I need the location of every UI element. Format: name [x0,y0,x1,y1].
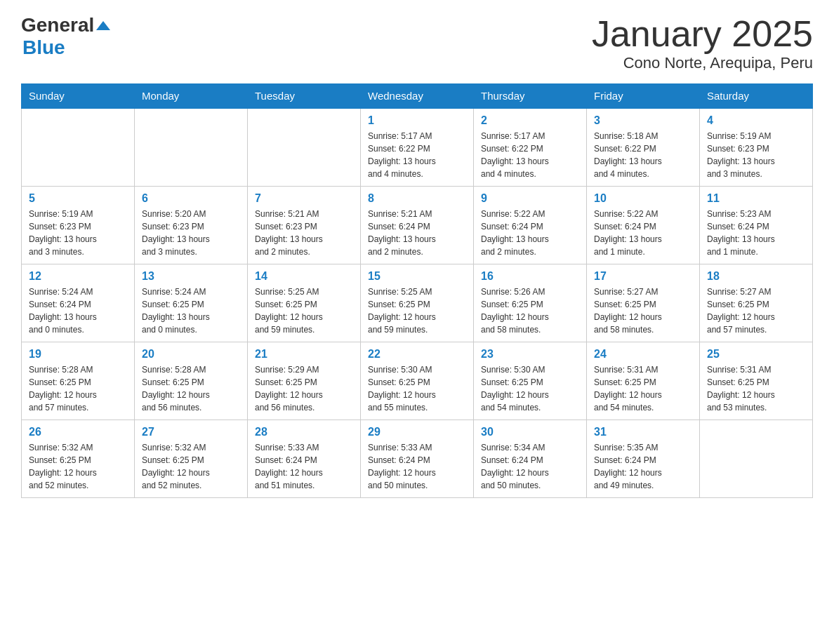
calendar-cell [248,108,361,187]
day-info: Sunrise: 5:33 AM Sunset: 6:24 PM Dayligh… [368,441,466,492]
calendar-cell: 22Sunrise: 5:30 AM Sunset: 6:25 PM Dayli… [361,342,474,420]
calendar-cell: 12Sunrise: 5:24 AM Sunset: 6:24 PM Dayli… [22,264,135,342]
day-info: Sunrise: 5:17 AM Sunset: 6:22 PM Dayligh… [481,130,579,180]
day-number: 12 [29,270,127,283]
day-number: 18 [707,270,805,283]
day-info: Sunrise: 5:27 AM Sunset: 6:25 PM Dayligh… [707,286,805,336]
calendar-cell: 28Sunrise: 5:33 AM Sunset: 6:24 PM Dayli… [248,420,361,498]
day-header-sunday: Sunday [22,84,135,109]
logo: General Blue [21,14,110,59]
day-number: 23 [481,348,579,361]
day-info: Sunrise: 5:23 AM Sunset: 6:24 PM Dayligh… [707,208,805,258]
calendar-cell: 1Sunrise: 5:17 AM Sunset: 6:22 PM Daylig… [361,108,474,187]
day-info: Sunrise: 5:31 AM Sunset: 6:25 PM Dayligh… [594,363,692,414]
day-number: 6 [142,192,240,205]
logo-general-text: General [21,14,94,36]
calendar-cell: 8Sunrise: 5:21 AM Sunset: 6:24 PM Daylig… [361,187,474,264]
day-header-monday: Monday [135,84,248,109]
calendar-cell: 7Sunrise: 5:21 AM Sunset: 6:23 PM Daylig… [248,187,361,264]
day-info: Sunrise: 5:27 AM Sunset: 6:25 PM Dayligh… [594,286,692,336]
day-info: Sunrise: 5:33 AM Sunset: 6:24 PM Dayligh… [255,441,353,492]
calendar-cell [22,108,135,187]
day-number: 31 [594,426,692,438]
calendar-cell: 24Sunrise: 5:31 AM Sunset: 6:25 PM Dayli… [587,342,700,420]
day-info: Sunrise: 5:32 AM Sunset: 6:25 PM Dayligh… [29,441,127,492]
week-row-4: 19Sunrise: 5:28 AM Sunset: 6:25 PM Dayli… [22,342,813,420]
calendar-cell: 21Sunrise: 5:29 AM Sunset: 6:25 PM Dayli… [248,342,361,420]
calendar-cell: 6Sunrise: 5:20 AM Sunset: 6:23 PM Daylig… [135,187,248,264]
calendar-cell: 17Sunrise: 5:27 AM Sunset: 6:25 PM Dayli… [587,264,700,342]
day-info: Sunrise: 5:21 AM Sunset: 6:24 PM Dayligh… [368,208,466,258]
calendar-cell: 9Sunrise: 5:22 AM Sunset: 6:24 PM Daylig… [474,187,587,264]
day-info: Sunrise: 5:25 AM Sunset: 6:25 PM Dayligh… [255,286,353,336]
day-number: 8 [368,192,466,205]
day-number: 9 [481,192,579,205]
calendar-cell: 20Sunrise: 5:28 AM Sunset: 6:25 PM Dayli… [135,342,248,420]
day-number: 20 [142,348,240,361]
day-info: Sunrise: 5:35 AM Sunset: 6:24 PM Dayligh… [594,441,692,492]
day-number: 22 [368,348,466,361]
week-row-1: 1Sunrise: 5:17 AM Sunset: 6:22 PM Daylig… [22,108,813,187]
day-number: 17 [594,270,692,283]
day-number: 3 [594,114,692,127]
day-number: 30 [481,426,579,438]
day-info: Sunrise: 5:34 AM Sunset: 6:24 PM Dayligh… [481,441,579,492]
day-info: Sunrise: 5:24 AM Sunset: 6:24 PM Dayligh… [29,286,127,336]
day-info: Sunrise: 5:25 AM Sunset: 6:25 PM Dayligh… [368,286,466,336]
day-info: Sunrise: 5:30 AM Sunset: 6:25 PM Dayligh… [368,363,466,414]
day-number: 24 [594,348,692,361]
calendar-cell: 5Sunrise: 5:19 AM Sunset: 6:23 PM Daylig… [22,187,135,264]
calendar-cell: 10Sunrise: 5:22 AM Sunset: 6:24 PM Dayli… [587,187,700,264]
calendar-cell [135,108,248,187]
calendar-cell: 27Sunrise: 5:32 AM Sunset: 6:25 PM Dayli… [135,420,248,498]
day-info: Sunrise: 5:32 AM Sunset: 6:25 PM Dayligh… [142,441,240,492]
calendar-cell: 23Sunrise: 5:30 AM Sunset: 6:25 PM Dayli… [474,342,587,420]
day-info: Sunrise: 5:20 AM Sunset: 6:23 PM Dayligh… [142,208,240,258]
calendar-cell: 14Sunrise: 5:25 AM Sunset: 6:25 PM Dayli… [248,264,361,342]
day-header-tuesday: Tuesday [248,84,361,109]
calendar-cell: 31Sunrise: 5:35 AM Sunset: 6:24 PM Dayli… [587,420,700,498]
calendar-cell: 13Sunrise: 5:24 AM Sunset: 6:25 PM Dayli… [135,264,248,342]
calendar-cell: 19Sunrise: 5:28 AM Sunset: 6:25 PM Dayli… [22,342,135,420]
calendar-cell: 3Sunrise: 5:18 AM Sunset: 6:22 PM Daylig… [587,108,700,187]
day-number: 16 [481,270,579,283]
day-number: 25 [707,348,805,361]
day-number: 15 [368,270,466,283]
calendar-cell: 11Sunrise: 5:23 AM Sunset: 6:24 PM Dayli… [700,187,813,264]
calendar-cell: 2Sunrise: 5:17 AM Sunset: 6:22 PM Daylig… [474,108,587,187]
week-row-2: 5Sunrise: 5:19 AM Sunset: 6:23 PM Daylig… [22,187,813,264]
day-number: 26 [29,426,127,438]
day-number: 4 [707,114,805,127]
day-info: Sunrise: 5:21 AM Sunset: 6:23 PM Dayligh… [255,208,353,258]
day-number: 10 [594,192,692,205]
calendar-cell: 4Sunrise: 5:19 AM Sunset: 6:23 PM Daylig… [700,108,813,187]
calendar-cell: 25Sunrise: 5:31 AM Sunset: 6:25 PM Dayli… [700,342,813,420]
week-row-5: 26Sunrise: 5:32 AM Sunset: 6:25 PM Dayli… [22,420,813,498]
day-info: Sunrise: 5:30 AM Sunset: 6:25 PM Dayligh… [481,363,579,414]
day-number: 11 [707,192,805,205]
day-info: Sunrise: 5:31 AM Sunset: 6:25 PM Dayligh… [707,363,805,414]
calendar-cell: 16Sunrise: 5:26 AM Sunset: 6:25 PM Dayli… [474,264,587,342]
day-info: Sunrise: 5:19 AM Sunset: 6:23 PM Dayligh… [29,208,127,258]
calendar-header: SundayMondayTuesdayWednesdayThursdayFrid… [22,84,813,109]
calendar-body: 1Sunrise: 5:17 AM Sunset: 6:22 PM Daylig… [22,108,813,498]
logo-triangle-icon [96,21,110,30]
day-info: Sunrise: 5:28 AM Sunset: 6:25 PM Dayligh… [29,363,127,414]
calendar-title: January 2025 [592,14,813,54]
day-info: Sunrise: 5:26 AM Sunset: 6:25 PM Dayligh… [481,286,579,336]
day-header-thursday: Thursday [474,84,587,109]
day-number: 2 [481,114,579,127]
day-info: Sunrise: 5:28 AM Sunset: 6:25 PM Dayligh… [142,363,240,414]
day-number: 5 [29,192,127,205]
day-number: 7 [255,192,353,205]
day-number: 14 [255,270,353,283]
day-info: Sunrise: 5:22 AM Sunset: 6:24 PM Dayligh… [594,208,692,258]
calendar-cell [700,420,813,498]
day-number: 28 [255,426,353,438]
day-number: 29 [368,426,466,438]
day-number: 13 [142,270,240,283]
header-row: SundayMondayTuesdayWednesdayThursdayFrid… [22,84,813,109]
logo-blue-text: Blue [22,36,65,59]
calendar-cell: 18Sunrise: 5:27 AM Sunset: 6:25 PM Dayli… [700,264,813,342]
day-info: Sunrise: 5:29 AM Sunset: 6:25 PM Dayligh… [255,363,353,414]
